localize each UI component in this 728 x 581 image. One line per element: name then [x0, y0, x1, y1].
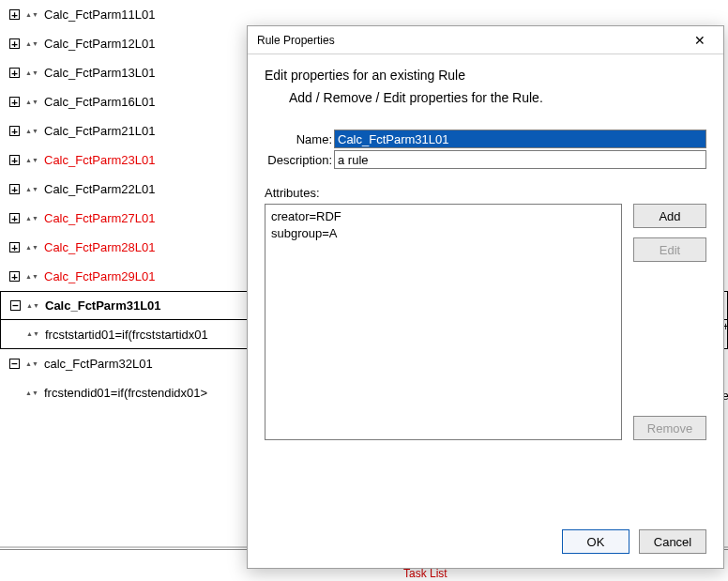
reorder-icon[interactable]: ▲▼ [27, 66, 37, 81]
tree-item-label: Calc_FctParm16L01 [44, 95, 156, 109]
expand-icon[interactable]: + [9, 97, 20, 107]
attributes-list[interactable]: creator=RDF subgroup=A [265, 204, 622, 440]
tree-child-label: frcststartid01=if(frcststartidx01 [45, 328, 208, 342]
tree-item-label: Calc_FctParm28L01 [44, 240, 156, 254]
expand-icon[interactable]: + [9, 126, 20, 136]
dialog-subheading: Add / Remove / Edit properties for the R… [289, 90, 706, 105]
cancel-button[interactable]: Cancel [639, 529, 706, 554]
name-input[interactable] [334, 130, 706, 148]
reorder-icon[interactable]: ▲▼ [28, 298, 38, 313]
attributes-label: Attributes: [265, 186, 706, 200]
add-button[interactable]: Add [633, 204, 706, 228]
dialog-footer: OK Cancel [248, 523, 723, 568]
reorder-icon[interactable]: ▲▼ [27, 37, 37, 52]
expand-icon[interactable]: + [9, 242, 20, 252]
reorder-icon[interactable]: ▲▼ [27, 269, 37, 284]
name-label: Name: [265, 132, 334, 146]
description-label: Description: [265, 153, 334, 167]
reorder-icon[interactable]: ▲▼ [28, 327, 38, 342]
tree-child-label: frcstendid01=if(frcstendidx01> [44, 386, 207, 400]
tree-item-label: Calc_FctParm31L01 [45, 298, 161, 313]
collapse-icon[interactable]: − [10, 300, 21, 311]
rule-properties-dialog: Rule Properties ✕ Edit properties for an… [247, 25, 724, 569]
tree-item-label: Calc_FctParm21L01 [44, 124, 156, 138]
expand-icon[interactable]: + [9, 68, 20, 78]
tree-item-label: Calc_FctParm12L01 [44, 37, 156, 51]
tree-item-label: Calc_FctParm13L01 [44, 66, 156, 80]
reorder-icon[interactable]: ▲▼ [27, 124, 37, 139]
expand-icon[interactable]: + [9, 271, 20, 282]
expand-icon[interactable]: + [9, 155, 20, 165]
tree-item-label: calc_FctParm32L01 [44, 357, 153, 371]
dialog-body: Edit properties for an existing Rule Add… [248, 54, 723, 523]
reorder-icon[interactable]: ▲▼ [27, 182, 37, 197]
attribute-item[interactable]: subgroup=A [271, 225, 615, 242]
dialog-heading: Edit properties for an existing Rule [265, 68, 706, 83]
dialog-title: Rule Properties [257, 34, 335, 47]
reorder-icon[interactable]: ▲▼ [27, 386, 37, 401]
close-icon[interactable]: ✕ [686, 29, 714, 52]
collapse-icon[interactable]: − [9, 359, 20, 369]
task-list-tab[interactable]: Task List [403, 567, 447, 580]
dialog-titlebar[interactable]: Rule Properties ✕ [248, 26, 723, 54]
description-input[interactable] [334, 150, 706, 169]
ok-button[interactable]: OK [562, 529, 629, 554]
reorder-icon[interactable]: ▲▼ [27, 211, 37, 226]
expand-icon[interactable]: + [9, 9, 20, 20]
tree-item-label: Calc_FctParm29L01 [44, 269, 156, 283]
attribute-item[interactable]: creator=RDF [271, 208, 615, 225]
expand-icon[interactable]: + [9, 184, 20, 194]
remove-button[interactable]: Remove [633, 416, 706, 440]
tree-item-label: Calc_FctParm22L01 [44, 182, 156, 196]
expand-icon[interactable]: + [9, 213, 20, 223]
reorder-icon[interactable]: ▲▼ [27, 357, 37, 372]
expand-icon[interactable]: + [9, 38, 20, 49]
reorder-icon[interactable]: ▲▼ [27, 153, 37, 168]
tree-item-label: Calc_FctParm27L01 [44, 211, 156, 225]
reorder-icon[interactable]: ▲▼ [27, 240, 37, 255]
edit-button[interactable]: Edit [633, 237, 706, 262]
reorder-icon[interactable]: ▲▼ [27, 95, 37, 110]
reorder-icon[interactable]: ▲▼ [27, 8, 37, 23]
tree-item-label: Calc_FctParm23L01 [44, 153, 156, 167]
tree-item-label: Calc_FctParm11L01 [44, 8, 156, 22]
